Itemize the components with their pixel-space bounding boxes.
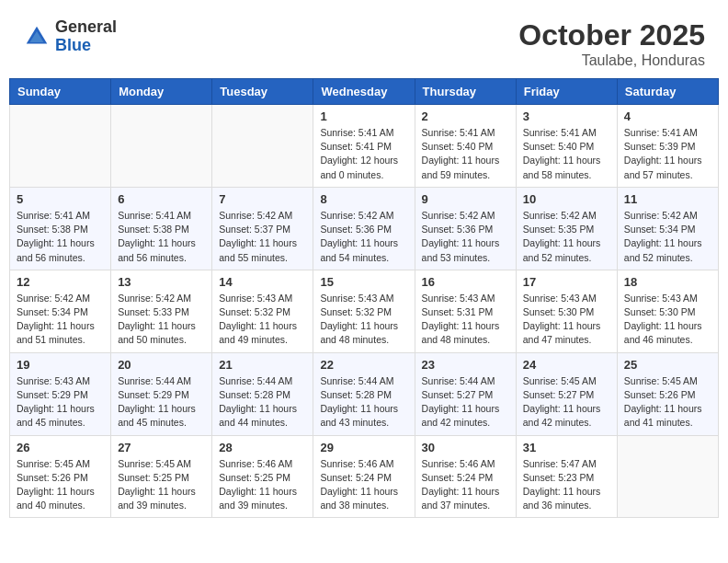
calendar-week-3: 12Sunrise: 5:42 AM Sunset: 5:34 PM Dayli… [10, 270, 719, 352]
weekday-header-thursday: Thursday [415, 79, 516, 105]
calendar-cell: 28Sunrise: 5:46 AM Sunset: 5:25 PM Dayli… [212, 435, 313, 518]
day-number: 29 [320, 441, 407, 454]
day-number: 5 [17, 192, 104, 206]
calendar-cell: 2Sunrise: 5:41 AM Sunset: 5:40 PM Daylig… [415, 105, 516, 188]
day-number: 10 [523, 192, 610, 206]
weekday-header-saturday: Saturday [617, 79, 718, 105]
day-info: Sunrise: 5:43 AM Sunset: 5:32 PM Dayligh… [219, 292, 306, 348]
day-info: Sunrise: 5:45 AM Sunset: 5:26 PM Dayligh… [624, 374, 711, 431]
day-number: 17 [523, 275, 610, 289]
day-info: Sunrise: 5:46 AM Sunset: 5:24 PM Dayligh… [320, 457, 407, 513]
calendar-cell: 10Sunrise: 5:42 AM Sunset: 5:35 PM Dayli… [516, 187, 617, 270]
calendar-cell: 18Sunrise: 5:43 AM Sunset: 5:30 PM Dayli… [617, 270, 718, 352]
day-info: Sunrise: 5:46 AM Sunset: 5:24 PM Dayligh… [422, 457, 509, 513]
day-number: 26 [17, 441, 104, 454]
location: Taulabe, Honduras [518, 52, 705, 69]
day-info: Sunrise: 5:47 AM Sunset: 5:23 PM Dayligh… [523, 457, 610, 513]
day-info: Sunrise: 5:45 AM Sunset: 5:27 PM Dayligh… [523, 374, 610, 431]
calendar-cell: 23Sunrise: 5:44 AM Sunset: 5:27 PM Dayli… [415, 352, 516, 435]
day-info: Sunrise: 5:41 AM Sunset: 5:38 PM Dayligh… [17, 209, 104, 265]
day-info: Sunrise: 5:42 AM Sunset: 5:34 PM Dayligh… [624, 209, 711, 265]
day-info: Sunrise: 5:42 AM Sunset: 5:37 PM Dayligh… [219, 209, 306, 265]
day-number: 16 [422, 275, 509, 289]
day-number: 19 [17, 358, 104, 372]
weekday-header-tuesday: Tuesday [212, 79, 313, 105]
day-info: Sunrise: 5:42 AM Sunset: 5:36 PM Dayligh… [422, 209, 509, 265]
calendar-week-5: 26Sunrise: 5:45 AM Sunset: 5:26 PM Dayli… [10, 435, 719, 518]
calendar-cell: 4Sunrise: 5:41 AM Sunset: 5:39 PM Daylig… [617, 105, 718, 188]
day-number: 14 [219, 275, 306, 289]
calendar-cell: 20Sunrise: 5:44 AM Sunset: 5:29 PM Dayli… [111, 352, 212, 435]
day-number: 2 [422, 109, 509, 123]
day-info: Sunrise: 5:41 AM Sunset: 5:39 PM Dayligh… [624, 126, 711, 182]
day-info: Sunrise: 5:46 AM Sunset: 5:25 PM Dayligh… [219, 457, 306, 513]
calendar-cell: 3Sunrise: 5:41 AM Sunset: 5:40 PM Daylig… [516, 105, 617, 188]
calendar-cell: 5Sunrise: 5:41 AM Sunset: 5:38 PM Daylig… [10, 187, 111, 270]
day-info: Sunrise: 5:41 AM Sunset: 5:40 PM Dayligh… [523, 126, 610, 182]
day-info: Sunrise: 5:45 AM Sunset: 5:26 PM Dayligh… [17, 457, 104, 513]
weekday-header-monday: Monday [111, 79, 212, 105]
day-info: Sunrise: 5:42 AM Sunset: 5:34 PM Dayligh… [17, 292, 104, 348]
day-info: Sunrise: 5:44 AM Sunset: 5:27 PM Dayligh… [422, 374, 509, 431]
day-number: 15 [320, 275, 407, 289]
day-info: Sunrise: 5:43 AM Sunset: 5:30 PM Dayligh… [523, 292, 610, 348]
day-info: Sunrise: 5:43 AM Sunset: 5:29 PM Dayligh… [17, 374, 104, 431]
day-number: 13 [118, 275, 205, 289]
day-number: 6 [118, 192, 205, 206]
day-number: 3 [523, 109, 610, 123]
day-info: Sunrise: 5:41 AM Sunset: 5:41 PM Dayligh… [320, 126, 407, 182]
weekday-header-sunday: Sunday [10, 79, 111, 105]
day-info: Sunrise: 5:41 AM Sunset: 5:40 PM Dayligh… [422, 126, 509, 182]
day-info: Sunrise: 5:45 AM Sunset: 5:25 PM Dayligh… [118, 457, 205, 513]
day-number: 4 [624, 109, 711, 123]
day-info: Sunrise: 5:43 AM Sunset: 5:31 PM Dayligh… [422, 292, 509, 348]
calendar-week-1: 1Sunrise: 5:41 AM Sunset: 5:41 PM Daylig… [10, 105, 719, 188]
calendar-cell: 13Sunrise: 5:42 AM Sunset: 5:33 PM Dayli… [111, 270, 212, 352]
calendar-cell: 27Sunrise: 5:45 AM Sunset: 5:25 PM Dayli… [111, 435, 212, 518]
day-info: Sunrise: 5:42 AM Sunset: 5:35 PM Dayligh… [523, 209, 610, 265]
calendar-week-2: 5Sunrise: 5:41 AM Sunset: 5:38 PM Daylig… [10, 187, 719, 270]
day-info: Sunrise: 5:42 AM Sunset: 5:33 PM Dayligh… [118, 292, 205, 348]
day-number: 30 [422, 441, 509, 454]
day-number: 8 [320, 192, 407, 206]
calendar-table: SundayMondayTuesdayWednesdayThursdayFrid… [9, 78, 719, 518]
calendar-cell [617, 435, 718, 518]
calendar-cell [212, 105, 313, 188]
day-number: 1 [320, 109, 407, 123]
day-number: 11 [624, 192, 711, 206]
calendar-cell: 31Sunrise: 5:47 AM Sunset: 5:23 PM Dayli… [516, 435, 617, 518]
calendar-cell [111, 105, 212, 188]
calendar-cell: 17Sunrise: 5:43 AM Sunset: 5:30 PM Dayli… [516, 270, 617, 352]
title-block: October 2025 Taulabe, Honduras [518, 18, 705, 69]
calendar-cell: 6Sunrise: 5:41 AM Sunset: 5:38 PM Daylig… [111, 187, 212, 270]
day-number: 27 [118, 441, 205, 454]
day-number: 22 [320, 358, 407, 372]
day-number: 24 [523, 358, 610, 372]
day-info: Sunrise: 5:43 AM Sunset: 5:30 PM Dayligh… [624, 292, 711, 348]
calendar-cell: 15Sunrise: 5:43 AM Sunset: 5:32 PM Dayli… [313, 270, 415, 352]
calendar-cell: 30Sunrise: 5:46 AM Sunset: 5:24 PM Dayli… [415, 435, 516, 518]
day-info: Sunrise: 5:44 AM Sunset: 5:28 PM Dayligh… [219, 374, 306, 431]
day-number: 25 [624, 358, 711, 372]
page-header: General Blue October 2025 Taulabe, Hondu… [9, 9, 719, 74]
calendar-cell: 22Sunrise: 5:44 AM Sunset: 5:28 PM Dayli… [313, 352, 415, 435]
day-number: 7 [219, 192, 306, 206]
day-info: Sunrise: 5:44 AM Sunset: 5:28 PM Dayligh… [320, 374, 407, 431]
logo: General Blue [23, 18, 117, 55]
calendar-cell: 14Sunrise: 5:43 AM Sunset: 5:32 PM Dayli… [212, 270, 313, 352]
day-number: 21 [219, 358, 306, 372]
calendar-cell: 25Sunrise: 5:45 AM Sunset: 5:26 PM Dayli… [617, 352, 718, 435]
day-number: 9 [422, 192, 509, 206]
calendar-cell [10, 105, 111, 188]
day-number: 18 [624, 275, 711, 289]
day-info: Sunrise: 5:43 AM Sunset: 5:32 PM Dayligh… [320, 292, 407, 348]
calendar-cell: 29Sunrise: 5:46 AM Sunset: 5:24 PM Dayli… [313, 435, 415, 518]
calendar-cell: 24Sunrise: 5:45 AM Sunset: 5:27 PM Dayli… [516, 352, 617, 435]
day-info: Sunrise: 5:44 AM Sunset: 5:29 PM Dayligh… [118, 374, 205, 431]
weekday-header-wednesday: Wednesday [313, 79, 415, 105]
calendar-cell: 19Sunrise: 5:43 AM Sunset: 5:29 PM Dayli… [10, 352, 111, 435]
day-number: 31 [523, 441, 610, 454]
day-number: 12 [17, 275, 104, 289]
calendar-week-4: 19Sunrise: 5:43 AM Sunset: 5:29 PM Dayli… [10, 352, 719, 435]
calendar-cell: 21Sunrise: 5:44 AM Sunset: 5:28 PM Dayli… [212, 352, 313, 435]
